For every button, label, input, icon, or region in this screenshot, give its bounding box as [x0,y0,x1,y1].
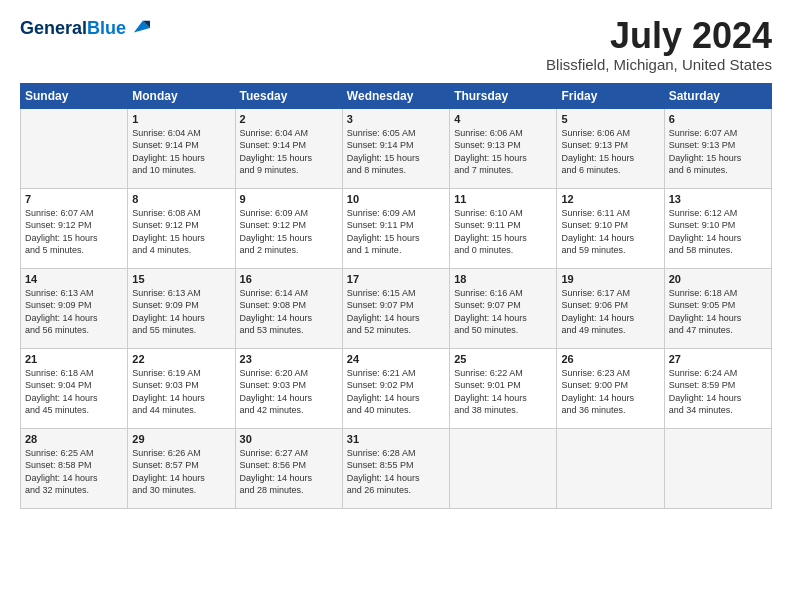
day-number: 31 [347,433,445,445]
calendar-table: SundayMondayTuesdayWednesdayThursdayFrid… [20,83,772,509]
calendar-cell [450,428,557,508]
day-number: 6 [669,113,767,125]
day-info: Sunrise: 6:21 AM Sunset: 9:02 PM Dayligh… [347,367,445,417]
week-row-4: 21Sunrise: 6:18 AM Sunset: 9:04 PM Dayli… [21,348,772,428]
page: GeneralBlue July 2024 Blissfield, Michig… [0,0,792,612]
day-number: 7 [25,193,123,205]
calendar-cell: 25Sunrise: 6:22 AM Sunset: 9:01 PM Dayli… [450,348,557,428]
day-info: Sunrise: 6:13 AM Sunset: 9:09 PM Dayligh… [25,287,123,337]
day-info: Sunrise: 6:16 AM Sunset: 9:07 PM Dayligh… [454,287,552,337]
day-number: 3 [347,113,445,125]
subtitle: Blissfield, Michigan, United States [546,56,772,73]
day-number: 16 [240,273,338,285]
day-number: 2 [240,113,338,125]
day-info: Sunrise: 6:13 AM Sunset: 9:09 PM Dayligh… [132,287,230,337]
day-info: Sunrise: 6:22 AM Sunset: 9:01 PM Dayligh… [454,367,552,417]
day-number: 4 [454,113,552,125]
day-number: 21 [25,353,123,365]
weekday-header-friday: Friday [557,83,664,108]
day-number: 18 [454,273,552,285]
calendar-cell: 1Sunrise: 6:04 AM Sunset: 9:14 PM Daylig… [128,108,235,188]
day-number: 8 [132,193,230,205]
day-info: Sunrise: 6:09 AM Sunset: 9:11 PM Dayligh… [347,207,445,257]
day-info: Sunrise: 6:11 AM Sunset: 9:10 PM Dayligh… [561,207,659,257]
calendar-cell: 13Sunrise: 6:12 AM Sunset: 9:10 PM Dayli… [664,188,771,268]
day-info: Sunrise: 6:25 AM Sunset: 8:58 PM Dayligh… [25,447,123,497]
weekday-header-wednesday: Wednesday [342,83,449,108]
weekday-header-saturday: Saturday [664,83,771,108]
calendar-cell: 12Sunrise: 6:11 AM Sunset: 9:10 PM Dayli… [557,188,664,268]
calendar-cell [664,428,771,508]
day-info: Sunrise: 6:04 AM Sunset: 9:14 PM Dayligh… [240,127,338,177]
day-info: Sunrise: 6:15 AM Sunset: 9:07 PM Dayligh… [347,287,445,337]
day-number: 22 [132,353,230,365]
day-number: 12 [561,193,659,205]
day-info: Sunrise: 6:07 AM Sunset: 9:13 PM Dayligh… [669,127,767,177]
calendar-cell: 3Sunrise: 6:05 AM Sunset: 9:14 PM Daylig… [342,108,449,188]
day-number: 10 [347,193,445,205]
calendar-cell: 29Sunrise: 6:26 AM Sunset: 8:57 PM Dayli… [128,428,235,508]
day-number: 26 [561,353,659,365]
calendar-cell: 23Sunrise: 6:20 AM Sunset: 9:03 PM Dayli… [235,348,342,428]
week-row-3: 14Sunrise: 6:13 AM Sunset: 9:09 PM Dayli… [21,268,772,348]
day-info: Sunrise: 6:28 AM Sunset: 8:55 PM Dayligh… [347,447,445,497]
day-number: 13 [669,193,767,205]
day-info: Sunrise: 6:10 AM Sunset: 9:11 PM Dayligh… [454,207,552,257]
calendar-cell: 10Sunrise: 6:09 AM Sunset: 9:11 PM Dayli… [342,188,449,268]
calendar-cell: 26Sunrise: 6:23 AM Sunset: 9:00 PM Dayli… [557,348,664,428]
day-info: Sunrise: 6:09 AM Sunset: 9:12 PM Dayligh… [240,207,338,257]
week-row-5: 28Sunrise: 6:25 AM Sunset: 8:58 PM Dayli… [21,428,772,508]
day-number: 9 [240,193,338,205]
day-number: 27 [669,353,767,365]
day-number: 17 [347,273,445,285]
day-info: Sunrise: 6:23 AM Sunset: 9:00 PM Dayligh… [561,367,659,417]
day-info: Sunrise: 6:04 AM Sunset: 9:14 PM Dayligh… [132,127,230,177]
day-info: Sunrise: 6:17 AM Sunset: 9:06 PM Dayligh… [561,287,659,337]
weekday-header-monday: Monday [128,83,235,108]
day-info: Sunrise: 6:05 AM Sunset: 9:14 PM Dayligh… [347,127,445,177]
calendar-cell [21,108,128,188]
day-info: Sunrise: 6:19 AM Sunset: 9:03 PM Dayligh… [132,367,230,417]
calendar-cell: 6Sunrise: 6:07 AM Sunset: 9:13 PM Daylig… [664,108,771,188]
calendar-cell: 4Sunrise: 6:06 AM Sunset: 9:13 PM Daylig… [450,108,557,188]
header: GeneralBlue July 2024 Blissfield, Michig… [20,16,772,73]
day-info: Sunrise: 6:27 AM Sunset: 8:56 PM Dayligh… [240,447,338,497]
calendar-cell: 24Sunrise: 6:21 AM Sunset: 9:02 PM Dayli… [342,348,449,428]
weekday-header-tuesday: Tuesday [235,83,342,108]
day-info: Sunrise: 6:20 AM Sunset: 9:03 PM Dayligh… [240,367,338,417]
day-number: 24 [347,353,445,365]
day-info: Sunrise: 6:24 AM Sunset: 8:59 PM Dayligh… [669,367,767,417]
day-number: 11 [454,193,552,205]
weekday-header-thursday: Thursday [450,83,557,108]
calendar-cell: 21Sunrise: 6:18 AM Sunset: 9:04 PM Dayli… [21,348,128,428]
week-row-2: 7Sunrise: 6:07 AM Sunset: 9:12 PM Daylig… [21,188,772,268]
day-info: Sunrise: 6:08 AM Sunset: 9:12 PM Dayligh… [132,207,230,257]
calendar-cell: 22Sunrise: 6:19 AM Sunset: 9:03 PM Dayli… [128,348,235,428]
day-info: Sunrise: 6:07 AM Sunset: 9:12 PM Dayligh… [25,207,123,257]
day-number: 23 [240,353,338,365]
day-info: Sunrise: 6:06 AM Sunset: 9:13 PM Dayligh… [454,127,552,177]
day-number: 19 [561,273,659,285]
day-info: Sunrise: 6:14 AM Sunset: 9:08 PM Dayligh… [240,287,338,337]
calendar-cell: 7Sunrise: 6:07 AM Sunset: 9:12 PM Daylig… [21,188,128,268]
day-number: 28 [25,433,123,445]
title-block: July 2024 Blissfield, Michigan, United S… [546,16,772,73]
logo-icon [128,16,150,38]
day-number: 14 [25,273,123,285]
logo: GeneralBlue [20,16,150,40]
day-number: 5 [561,113,659,125]
day-info: Sunrise: 6:18 AM Sunset: 9:05 PM Dayligh… [669,287,767,337]
day-info: Sunrise: 6:26 AM Sunset: 8:57 PM Dayligh… [132,447,230,497]
day-info: Sunrise: 6:12 AM Sunset: 9:10 PM Dayligh… [669,207,767,257]
calendar-cell: 20Sunrise: 6:18 AM Sunset: 9:05 PM Dayli… [664,268,771,348]
calendar-cell: 14Sunrise: 6:13 AM Sunset: 9:09 PM Dayli… [21,268,128,348]
calendar-cell: 18Sunrise: 6:16 AM Sunset: 9:07 PM Dayli… [450,268,557,348]
calendar-cell: 16Sunrise: 6:14 AM Sunset: 9:08 PM Dayli… [235,268,342,348]
calendar-cell: 19Sunrise: 6:17 AM Sunset: 9:06 PM Dayli… [557,268,664,348]
day-number: 20 [669,273,767,285]
day-number: 29 [132,433,230,445]
calendar-cell: 17Sunrise: 6:15 AM Sunset: 9:07 PM Dayli… [342,268,449,348]
calendar-cell: 9Sunrise: 6:09 AM Sunset: 9:12 PM Daylig… [235,188,342,268]
day-number: 25 [454,353,552,365]
calendar-cell [557,428,664,508]
